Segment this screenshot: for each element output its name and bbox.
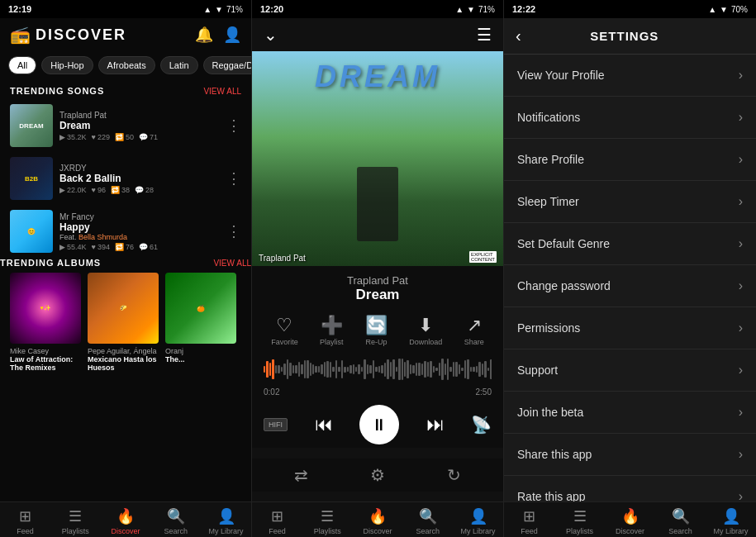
player-share-action[interactable]: ↗ Share xyxy=(464,315,484,346)
hifi-badge[interactable]: HIFI xyxy=(264,418,288,431)
album-item-2[interactable]: 🌮 Pepe Aguilar, Ángela Mexicano Hasta lo… xyxy=(88,273,159,372)
settings-item-share-profile[interactable]: Share Profile › xyxy=(504,139,756,181)
status-bar-2: 12:20 ▲ ▼ 71% xyxy=(252,0,503,18)
player-progress[interactable]: 0:02 2:50 xyxy=(252,349,503,400)
settings-list: View Your Profile › Notifications › Shar… xyxy=(504,55,756,501)
trending-songs-view-all[interactable]: VIEW ALL xyxy=(203,87,241,96)
song-menu-3[interactable]: ⋮ xyxy=(226,222,241,240)
settings-item-sleep-timer[interactable]: Sleep Timer › xyxy=(504,181,756,223)
play-pause-button[interactable]: ⏸ xyxy=(359,405,399,444)
nav-library-2[interactable]: 👤 My Library xyxy=(453,507,503,535)
nav-discover-2[interactable]: 🔥 Discover xyxy=(353,507,403,535)
library-icon-3: 👤 xyxy=(722,507,740,525)
song-menu-2[interactable]: ⋮ xyxy=(226,169,241,188)
chevron-right-icon-0: › xyxy=(739,68,743,83)
wifi-icon-2: ▼ xyxy=(467,5,475,14)
settings-item-support[interactable]: Support › xyxy=(504,349,756,392)
feed-icon-2: ⊞ xyxy=(271,507,283,525)
nav-library-1[interactable]: 👤 My Library xyxy=(201,507,251,535)
chevron-right-icon-9: › xyxy=(739,447,743,462)
nav-library-label-2: My Library xyxy=(461,527,496,535)
player-menu-icon[interactable]: ☰ xyxy=(477,25,492,45)
shuffle-icon[interactable]: ⇄ xyxy=(294,465,308,485)
search-icon-3: 🔍 xyxy=(672,507,690,525)
player-chevron-down-icon[interactable]: ⌄ xyxy=(264,25,278,45)
album-item-1[interactable]: ♥✨ Mike Casey Law of Attraction: The Rem… xyxy=(10,273,81,372)
genre-chip-all[interactable]: All xyxy=(8,56,36,74)
nav-feed-3[interactable]: ⊞ Feed xyxy=(504,507,554,535)
reup-label: Re-Up xyxy=(365,338,387,346)
stat-comments-2: 💬28 xyxy=(135,186,154,194)
album-item-3[interactable]: 🍊 Oranj The... xyxy=(165,273,236,372)
player-favorite-action[interactable]: ♡ Favorite xyxy=(271,315,298,346)
nav-library-3[interactable]: 👤 My Library xyxy=(706,507,756,535)
signal-icon-2: ▲ xyxy=(455,5,464,14)
nav-search-3[interactable]: 🔍 Search xyxy=(655,507,706,535)
album-title-2: Mexicano Hasta los Huesos xyxy=(88,355,159,372)
settings-change-password-label: Change password xyxy=(517,279,611,292)
settings-item-default-genre[interactable]: Set Default Genre › xyxy=(504,223,756,265)
song-title-1: Dream xyxy=(59,120,220,131)
nav-feed-1[interactable]: ⊞ Feed xyxy=(0,507,50,535)
song-item-2[interactable]: B2B JXRDY Back 2 Ballin ▶22.0K ♥96 🔁38 💬… xyxy=(0,152,251,205)
download-icon: ⬇ xyxy=(418,315,433,336)
discover-icon-3: 🔥 xyxy=(621,507,640,525)
time-3: 12:22 xyxy=(512,4,535,14)
nav-playlists-2[interactable]: ☰ Playlists xyxy=(302,507,353,535)
nav-playlists-3[interactable]: ☰ Playlists xyxy=(554,507,605,535)
playlist-label: Playlist xyxy=(320,338,344,346)
stat-comments-3: 💬61 xyxy=(139,243,158,251)
settings-item-notifications[interactable]: Notifications › xyxy=(504,97,756,139)
player-playlist-action[interactable]: ➕ Playlist xyxy=(320,315,344,346)
song-stats-3: ▶55.4K ♥394 🔁76 💬61 xyxy=(59,243,220,251)
profile-icon[interactable]: 👤 xyxy=(223,26,241,44)
nav-playlists-1[interactable]: ☰ Playlists xyxy=(50,507,101,535)
waveform-container[interactable] xyxy=(264,353,492,386)
nav-feed-2[interactable]: ⊞ Feed xyxy=(252,507,302,535)
trending-albums-view-all[interactable]: VIEW ALL xyxy=(213,259,251,268)
song-feat-3: Feat. Bella Shmurda xyxy=(59,233,220,241)
song-title-3: Happy xyxy=(59,221,220,233)
discover-panel: 12:19 ▲ ▼ 71% 📻 DISCOVER 🔔 👤 All Hip-Hop… xyxy=(0,0,252,537)
library-icon-2: 👤 xyxy=(469,507,487,525)
settings-item-change-password[interactable]: Change password › xyxy=(504,265,756,307)
battery-icon-2: 71% xyxy=(478,5,495,14)
repeat-icon[interactable]: ↻ xyxy=(447,465,461,485)
notification-icon[interactable]: 🔔 xyxy=(195,26,213,44)
genre-chip-hiphop[interactable]: Hip-Hop xyxy=(41,56,93,74)
discover-icon-2: 🔥 xyxy=(368,507,387,525)
nav-search-label-1: Search xyxy=(164,527,188,535)
feed-icon: ⊞ xyxy=(19,507,31,525)
chevron-right-icon-3: › xyxy=(739,194,743,209)
favorite-icon: ♡ xyxy=(276,315,292,336)
settings-item-share-app[interactable]: Share this app › xyxy=(504,434,756,476)
song-thumb-b2b: B2B xyxy=(10,157,53,200)
song-item-1[interactable]: DREAM Trapland Pat Dream ▶35.2K ♥229 🔁50… xyxy=(0,99,251,152)
next-button[interactable]: ⏭ xyxy=(426,414,445,435)
equalizer-icon[interactable]: ⚙ xyxy=(370,465,385,485)
genre-chip-reggae[interactable]: Reggae/Dan xyxy=(203,56,251,74)
nav-search-1[interactable]: 🔍 Search xyxy=(150,507,201,535)
settings-permissions-label: Permissions xyxy=(517,321,580,335)
settings-back-button[interactable]: ‹ xyxy=(516,26,521,45)
player-reup-action[interactable]: 🔄 Re-Up xyxy=(365,315,388,346)
settings-item-view-profile[interactable]: View Your Profile › xyxy=(504,55,756,97)
nav-discover-3[interactable]: 🔥 Discover xyxy=(605,507,655,535)
nav-discover-1[interactable]: 🔥 Discover xyxy=(101,507,151,535)
stat-plays-2: ▶22.0K xyxy=(59,186,87,194)
genre-chip-latin[interactable]: Latin xyxy=(160,56,198,74)
settings-item-join-beta[interactable]: Join the beta › xyxy=(504,392,756,434)
prev-button[interactable]: ⏮ xyxy=(315,414,333,435)
cast-icon[interactable]: 📡 xyxy=(471,415,492,435)
status-icons-3: ▲ ▼ 70% xyxy=(708,5,748,14)
song-menu-1[interactable]: ⋮ xyxy=(226,116,241,135)
genre-chip-afrobeats[interactable]: Afrobeats xyxy=(98,56,155,74)
settings-item-rate-app[interactable]: Rate this app › xyxy=(504,476,756,501)
trending-albums-header: TRENDING ALBUMS VIEW ALL xyxy=(0,258,251,268)
settings-item-permissions[interactable]: Permissions › xyxy=(504,307,756,349)
nav-search-2[interactable]: 🔍 Search xyxy=(402,507,453,535)
player-download-action[interactable]: ⬇ Download xyxy=(409,315,442,346)
settings-share-app-label: Share this app xyxy=(517,448,592,461)
player-bottom-row: ⇄ ⚙ ↻ xyxy=(252,459,503,492)
song-item-3[interactable]: 😊 Mr Fancy Happy Feat. Bella Shmurda ▶55… xyxy=(0,205,251,258)
